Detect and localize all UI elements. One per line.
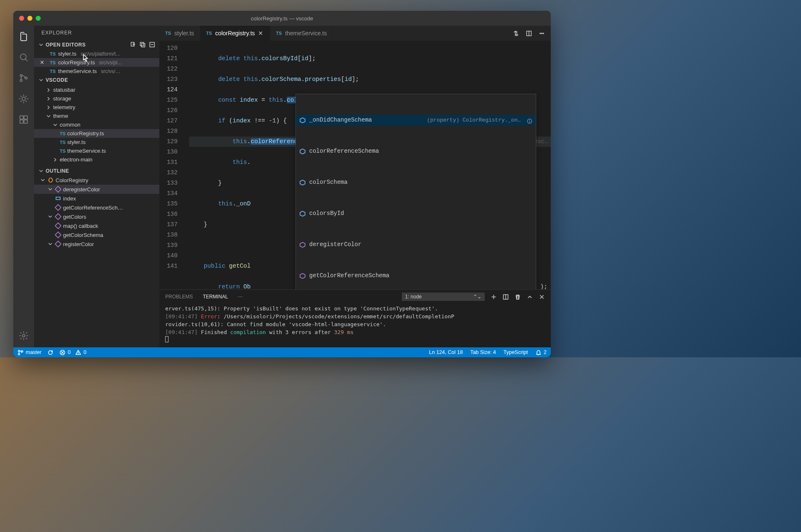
- close-window-button[interactable]: [19, 16, 24, 21]
- open-editor-item[interactable]: ✕ TS colorRegistry.ts src/vs/pl…: [34, 58, 159, 67]
- more-actions-icon[interactable]: [539, 30, 545, 37]
- status-bar: master 00 Ln 124, Col 18 Tab Size: 4 Typ…: [13, 347, 551, 357]
- terminal-selector[interactable]: 1: node⌃⌄: [402, 293, 485, 301]
- close-panel-icon[interactable]: [539, 294, 545, 300]
- folder-telemetry[interactable]: telemetry: [34, 103, 159, 112]
- bell-icon: [535, 349, 542, 356]
- status-branch[interactable]: master: [17, 349, 42, 356]
- window-title: colorRegistry.ts — vscode: [251, 15, 313, 22]
- method-symbol-icon: [55, 186, 61, 193]
- svg-point-4: [22, 97, 25, 100]
- suggestion-item[interactable]: deregisterColor: [296, 239, 536, 250]
- code-editor[interactable]: 120121122123 124125126127 128129130131 1…: [159, 41, 551, 289]
- chevron-down-icon: [47, 214, 53, 220]
- tab-colorregistry[interactable]: TScolorRegistry.ts✕: [200, 26, 271, 41]
- svg-rect-14: [55, 186, 61, 192]
- panel-more-icon[interactable]: ⋯: [238, 294, 243, 300]
- svg-rect-18: [55, 223, 61, 229]
- terminal-output[interactable]: erver.ts(475,15): Property 'isBuilt' doe…: [159, 304, 551, 347]
- svg-rect-17: [55, 214, 61, 220]
- status-tabsize[interactable]: Tab Size: 4: [470, 349, 496, 356]
- status-language[interactable]: TypeScript: [503, 349, 528, 356]
- open-editors-header[interactable]: OPEN EDITORS: [34, 40, 159, 49]
- info-icon[interactable]: [527, 117, 532, 123]
- error-icon: [59, 349, 66, 356]
- svg-rect-7: [20, 120, 23, 123]
- svg-rect-15: [56, 197, 60, 200]
- suggestion-item[interactable]: colorsById: [296, 208, 536, 219]
- close-tab-icon[interactable]: ✕: [258, 30, 264, 37]
- suggestion-item[interactable]: getColorReferenceSchema: [296, 271, 536, 281]
- code-content[interactable]: delete this.colorsById[id]; delete this.…: [184, 41, 551, 289]
- method-symbol-icon: [55, 222, 61, 229]
- svg-rect-16: [55, 205, 61, 210]
- outline-variable[interactable]: index: [34, 194, 159, 203]
- line-number-gutter: 120121122123 124125126127 128129130131 1…: [159, 41, 184, 289]
- mouse-cursor: [83, 54, 90, 62]
- suggestion-item[interactable]: colorReferenceSchema: [296, 146, 536, 156]
- minimize-window-button[interactable]: [27, 16, 32, 21]
- outline-method[interactable]: getColorSchema: [34, 230, 159, 239]
- collapse-all-icon[interactable]: [149, 41, 155, 48]
- new-file-icon[interactable]: [130, 41, 136, 48]
- field-symbol-icon: [299, 179, 306, 186]
- chevron-updown-icon: ⌃⌄: [473, 294, 481, 300]
- git-branch-icon: [17, 349, 24, 356]
- chevron-down-icon: [40, 177, 46, 183]
- file-styler[interactable]: TSstyler.ts: [34, 138, 159, 146]
- new-terminal-icon[interactable]: [491, 294, 497, 300]
- search-icon[interactable]: [18, 51, 29, 63]
- panel-tab-terminal[interactable]: TERMINAL: [203, 294, 228, 300]
- svg-rect-12: [142, 44, 145, 47]
- split-editor-icon[interactable]: [526, 30, 532, 37]
- outline-header[interactable]: OUTLINE: [34, 166, 159, 176]
- kill-terminal-icon[interactable]: [515, 294, 521, 300]
- tab-themeservice[interactable]: TSthemeService.ts: [270, 26, 333, 41]
- file-themeservice[interactable]: TSthemeService.ts: [34, 146, 159, 155]
- outline-method[interactable]: getColorReferenceSch…: [34, 203, 159, 212]
- close-editor-icon[interactable]: ✕: [40, 59, 46, 66]
- save-all-icon[interactable]: [139, 41, 146, 48]
- debug-icon[interactable]: [18, 93, 29, 105]
- svg-rect-20: [55, 241, 61, 247]
- chevron-right-icon: [46, 96, 51, 102]
- outline-class[interactable]: ColorRegistry: [34, 176, 159, 185]
- folder-electron-main[interactable]: electron-main: [34, 155, 159, 164]
- status-sync[interactable]: [47, 349, 54, 356]
- tab-styler[interactable]: TSstyler.ts: [159, 26, 200, 41]
- outline-method[interactable]: map() callback: [34, 221, 159, 230]
- folder-common[interactable]: common: [34, 120, 159, 129]
- file-colorregistry[interactable]: TScolorRegistry.ts: [34, 129, 159, 138]
- suggestion-item[interactable]: _onDidChangeSchema(property) ColorRegist…: [296, 115, 536, 125]
- sidebar-title: EXPLORER: [34, 26, 159, 40]
- split-terminal-icon[interactable]: [503, 294, 509, 300]
- explorer-icon[interactable]: [18, 31, 29, 42]
- chevron-down-icon: [47, 186, 53, 192]
- outline-method[interactable]: registerColor: [34, 239, 159, 249]
- folder-storage[interactable]: storage: [34, 94, 159, 103]
- method-symbol-icon: [55, 213, 61, 220]
- open-editor-item[interactable]: TS styler.ts src/vs/platform/t…: [34, 49, 159, 58]
- svg-rect-11: [140, 42, 144, 46]
- outline-method[interactable]: getColors: [34, 212, 159, 221]
- svg-point-24: [543, 33, 544, 34]
- intellisense-suggest[interactable]: _onDidChangeSchema(property) ColorRegist…: [295, 94, 536, 289]
- svg-point-9: [22, 334, 25, 337]
- extensions-icon[interactable]: [18, 114, 29, 125]
- status-problems[interactable]: 00: [59, 349, 86, 356]
- workspace-folder-header[interactable]: VSCODE: [34, 76, 159, 85]
- open-editor-item[interactable]: TS themeService.ts src/vs/…: [34, 67, 159, 76]
- suggestion-item[interactable]: colorSchema: [296, 177, 536, 188]
- settings-gear-icon[interactable]: [18, 330, 29, 342]
- source-control-icon[interactable]: [18, 72, 29, 84]
- status-lncol[interactable]: Ln 124, Col 18: [429, 349, 463, 356]
- maximize-window-button[interactable]: [36, 16, 41, 21]
- maximize-panel-icon[interactable]: [527, 294, 533, 300]
- folder-theme[interactable]: theme: [34, 112, 159, 120]
- folder-statusbar[interactable]: statusbar: [34, 85, 159, 94]
- compare-changes-icon[interactable]: [513, 30, 519, 37]
- traffic-lights: [13, 16, 41, 21]
- outline-method[interactable]: deregisterColor: [34, 185, 159, 194]
- panel-tab-problems[interactable]: PROBLEMS: [165, 294, 193, 300]
- status-notifications[interactable]: 2: [535, 349, 547, 356]
